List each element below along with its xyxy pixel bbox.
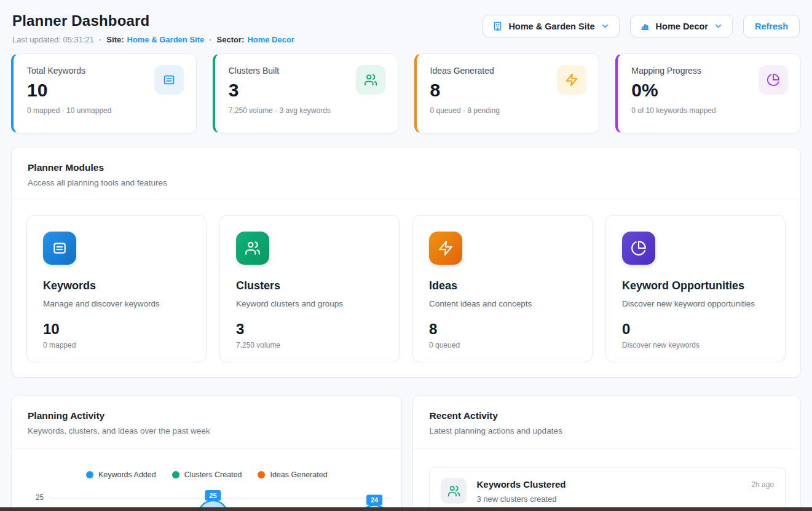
legend-item-clusters-created[interactable]: Clusters Created: [172, 470, 242, 479]
svg-text:24: 24: [371, 496, 379, 504]
meta-separator: ·: [99, 35, 101, 44]
zap-icon: [429, 232, 462, 265]
module-card-ideas[interactable]: Ideas Content ideas and concepts 8 0 que…: [412, 215, 593, 362]
sector-label: Sector:: [217, 35, 245, 44]
module-title: Clusters: [236, 279, 383, 292]
recent-title: Recent Activity: [429, 410, 786, 421]
last-updated-text: Last updated: 05:31:21: [12, 35, 94, 44]
recent-activity-panel: Recent Activity Latest planning actions …: [412, 395, 801, 511]
stat-card-total-keywords: Total Keywords 10 0 mapped · 10 unmapped: [11, 53, 197, 133]
module-value: 8: [429, 321, 576, 338]
site-selector-dropdown[interactable]: Home & Garden Site: [483, 15, 619, 37]
page-title: Planner Dashboard: [12, 12, 294, 29]
topbar-left: Planner Dashboard Last updated: 05:31:21…: [12, 12, 294, 44]
modules-subtitle: Access all planning tools and features: [28, 178, 786, 187]
recent-subtitle: Latest planning actions and updates: [429, 426, 786, 435]
topbar-controls: Home & Garden Site Home Decor Refresh: [483, 15, 800, 37]
modules-title: Planner Modules: [28, 162, 786, 173]
recent-item-time: 2h ago: [751, 480, 774, 489]
legend-dot-blue: [86, 471, 93, 478]
sector-selector-label: Home Decor: [656, 21, 708, 31]
divider: [12, 448, 401, 448]
stat-card-mapping-progress: Mapping Progress 0% 0 of 10 keywords map…: [615, 53, 801, 133]
stat-card-clusters-built: Clusters Built 3 7,250 volume · 3 avg ke…: [213, 53, 398, 133]
module-card-keyword-opportunities[interactable]: Keyword Opportunities Discover new keywo…: [605, 215, 786, 362]
stat-card-ideas-generated: Ideas Generated 8 0 queued · 8 pending: [414, 53, 600, 133]
svg-text:25: 25: [209, 492, 216, 499]
stat-sub: 0 mapped · 10 unmapped: [27, 106, 184, 115]
planning-activity-panel: Planning Activity Keywords, clusters, an…: [11, 395, 402, 511]
bottom-row: Planning Activity Keywords, clusters, an…: [11, 395, 801, 511]
module-title: Keyword Opportunities: [622, 279, 769, 292]
module-description: Keyword clusters and groups: [236, 299, 383, 308]
module-description: Manage and discover keywords: [43, 299, 190, 308]
sector-selector-dropdown[interactable]: Home Decor: [630, 15, 733, 37]
activity-subtitle: Keywords, clusters, and ideas over the p…: [28, 426, 387, 435]
module-description: Content ideas and concepts: [429, 299, 576, 308]
legend-dot-orange: [258, 471, 265, 478]
legend-label: Ideas Generated: [270, 470, 327, 479]
stat-sub: 0 of 10 keywords mapped: [631, 106, 788, 115]
module-value: 10: [43, 321, 190, 338]
stats-row: Total Keywords 10 0 mapped · 10 unmapped…: [11, 53, 801, 133]
chevron-down-icon: [714, 21, 723, 31]
module-sub: 0 queued: [429, 341, 576, 349]
document-lines-icon: [43, 232, 76, 265]
legend-item-keywords-added[interactable]: Keywords Added: [86, 470, 156, 479]
bar-chart-icon: [640, 21, 650, 31]
module-sub: 0 mapped: [43, 341, 190, 349]
recent-panel-header: Recent Activity Latest planning actions …: [413, 396, 800, 448]
planner-modules-panel: Planner Modules Access all planning tool…: [11, 147, 801, 378]
sector-link[interactable]: Home Decor: [247, 35, 294, 44]
document-lines-icon: [154, 65, 184, 95]
modules-grid: Keywords Manage and discover keywords 10…: [12, 200, 800, 377]
module-sub: 7,250 volume: [236, 341, 383, 349]
topbar: Planner Dashboard Last updated: 05:31:21…: [11, 4, 801, 44]
building-icon: [492, 21, 503, 31]
site-link[interactable]: Home & Garden Site: [127, 35, 205, 44]
module-title: Keywords: [43, 279, 190, 292]
recent-item-title: Keywords Clustered: [476, 479, 566, 490]
pie-chart-icon: [622, 232, 655, 265]
stat-sub: 7,250 volume · 3 avg keywords: [229, 106, 385, 115]
bottom-edge-bar: [0, 507, 812, 511]
users-icon: [356, 65, 385, 95]
site-label: Site:: [106, 35, 124, 44]
chart-legend: Keywords Added Clusters Created Ideas Ge…: [12, 470, 401, 479]
chevron-down-icon: [601, 21, 610, 31]
module-card-clusters[interactable]: Clusters Keyword clusters and groups 3 7…: [219, 215, 400, 362]
module-title: Ideas: [429, 279, 576, 292]
module-value: 3: [236, 321, 383, 338]
module-value: 0: [622, 321, 769, 338]
module-sub: Discover new keywords: [622, 341, 769, 349]
module-card-keywords[interactable]: Keywords Manage and discover keywords 10…: [26, 215, 207, 362]
y-axis-tick: 25: [28, 493, 44, 502]
users-icon: [441, 478, 467, 504]
legend-item-ideas-generated[interactable]: Ideas Generated: [258, 470, 327, 479]
zap-icon: [557, 65, 586, 95]
activity-title: Planning Activity: [28, 410, 387, 421]
meta-line: Last updated: 05:31:21 · Site: Home & Ga…: [12, 35, 294, 44]
divider: [413, 448, 800, 448]
modules-panel-header: Planner Modules Access all planning tool…: [12, 147, 800, 200]
site-selector-label: Home & Garden Site: [508, 21, 594, 31]
recent-item-description: 3 new clusters created: [476, 494, 774, 504]
activity-panel-header: Planning Activity Keywords, clusters, an…: [12, 396, 401, 448]
recent-activity-item: Keywords Clustered 2h ago 3 new clusters…: [429, 467, 786, 511]
legend-dot-green: [172, 471, 179, 478]
pie-chart-icon: [759, 65, 788, 95]
stat-sub: 0 queued · 8 pending: [430, 106, 587, 115]
meta-separator: ·: [209, 35, 211, 44]
legend-label: Keywords Added: [98, 470, 156, 479]
recent-item-body: Keywords Clustered 2h ago 3 new clusters…: [476, 478, 774, 504]
users-icon: [236, 232, 269, 265]
planner-dashboard-page: Planner Dashboard Last updated: 05:31:21…: [0, 0, 812, 511]
legend-label: Clusters Created: [184, 470, 242, 479]
refresh-button[interactable]: Refresh: [743, 15, 800, 37]
module-description: Discover new keyword opportunities: [622, 299, 769, 308]
